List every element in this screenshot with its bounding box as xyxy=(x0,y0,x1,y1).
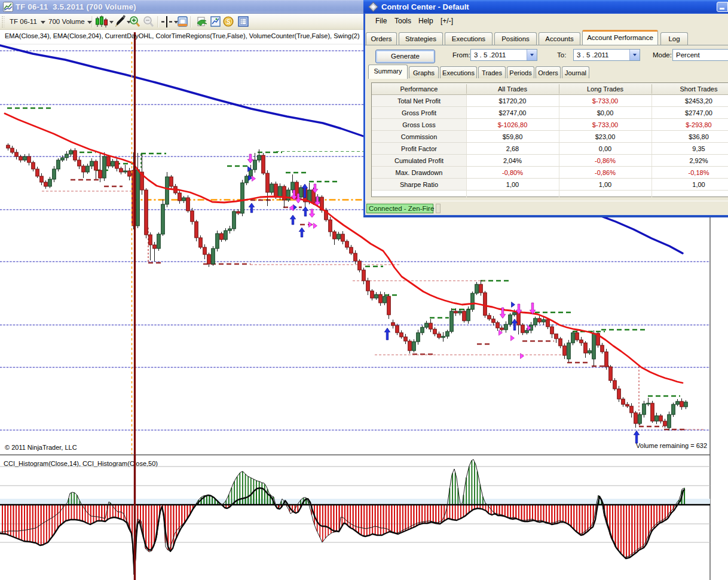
svg-text:S: S xyxy=(227,19,231,25)
svg-text:Volume remaining = 632: Volume remaining = 632 xyxy=(636,442,707,449)
svg-text:© 2011 NinjaTrader, LLC: © 2011 NinjaTrader, LLC xyxy=(5,444,77,451)
svg-text:EMA(Close,34), EMA(Close,204),: EMA(Close,34), EMA(Close,204), CurrentDa… xyxy=(5,32,360,39)
